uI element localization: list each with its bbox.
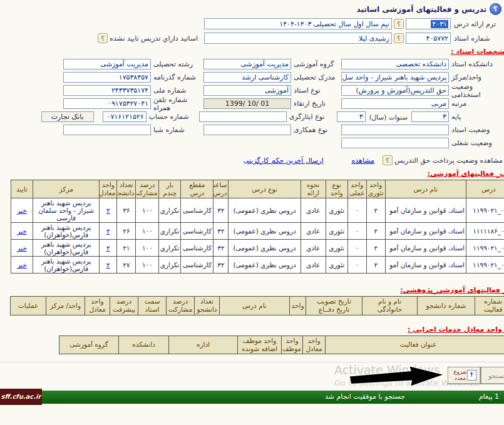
employment-field[interactable]: حق التدریس(آموزش و پرورش)	[341, 85, 449, 96]
confirm-link[interactable]: خیر	[17, 207, 26, 214]
search-button[interactable]: جستجو	[481, 367, 504, 384]
bank-field: بانک تجارت	[41, 111, 94, 122]
mobile-field[interactable]: ۰۹۱۷۵۳۲۷۰۴۱	[63, 98, 151, 109]
col-theory-units: واحد تئوری	[366, 180, 385, 198]
col-edu-group: گروه آموزشی	[59, 335, 119, 354]
professor-code-input[interactable]: ۴۰۵۷۷۲	[406, 33, 451, 44]
confirm-link[interactable]: خیر	[17, 261, 26, 269]
col-confirm: تایید	[11, 180, 33, 198]
executive-table: عنوان فعالیت واحد معادل واحد موظف واحد م…	[59, 335, 504, 354]
professor-name-input[interactable]: رشیدی لیلا	[204, 33, 392, 44]
term-code-value: ۴۰۳۱	[431, 20, 448, 28]
unconfirmed-help-button[interactable]: ؟	[98, 33, 108, 43]
col-course-name: نام درس	[385, 180, 466, 198]
send-decree-link[interactable]: ارسال آخرین حکم کارگزینی	[244, 156, 324, 165]
term-code-input[interactable]: ۴۰۳۱	[406, 18, 451, 29]
col-hours: ساعت درس	[213, 180, 229, 198]
refresh-icon: ↑	[467, 370, 476, 381]
major-field[interactable]: مدیریت آموزشی	[63, 59, 151, 69]
confirm-cell: خیر	[11, 240, 33, 257]
repeat: تکراری	[159, 198, 181, 223]
national-id-field[interactable]: ۲۴۳۳۷۳۵۱۷۴	[63, 85, 151, 96]
unconfirmed-label: اساتید داراي تدریس تایید نشده	[110, 34, 198, 43]
account-field[interactable]: ۰۷۱۶۱۲۱۵۲۶	[103, 111, 147, 122]
equiv-link[interactable]: ۲	[106, 207, 110, 214]
grade-field[interactable]: ۳	[411, 111, 449, 122]
course-name: اسناد، قوانین و سازمان آمو	[385, 223, 466, 240]
course-code: ۱۱۹۹۰۲۱_۰	[466, 257, 504, 274]
section-profile-heading: مشخصات استاد :	[0, 48, 504, 56]
degree-field[interactable]: کارشناسی ارشد	[203, 72, 291, 83]
term-row: ترم ارائه درس ۴۰۳۱ ؟ نیم سال اول سال تحص…	[0, 18, 503, 30]
col-course-name: نام درس	[220, 297, 290, 315]
professor-help-button[interactable]: ؟	[394, 33, 404, 43]
years-field[interactable]: ۳	[337, 111, 366, 122]
cooperation-type-field[interactable]	[203, 125, 291, 135]
promotion-date-label: تاریخ ارتقاء	[291, 100, 341, 108]
repeat: تکراری	[159, 223, 181, 240]
course-code: ۱۱۹۹۰۲۱_۰	[466, 198, 504, 223]
course-type: دروس نظری (عمومی)	[229, 240, 301, 257]
term-help-button[interactable]: ؟	[394, 19, 404, 29]
section-executive-heading: ج_ واحد معادل خدمات اجرایی :	[0, 325, 504, 334]
employment-label: وضعیت استخدامی	[449, 83, 503, 99]
col-share: درصد مشارکت	[136, 180, 159, 198]
practical-units: ۰	[347, 240, 366, 257]
profile-row: مرتبه مربی تاریخ ارتقاء 1399/ 10/ 01 شما…	[1, 97, 503, 110]
col-faculty: دانشکده	[119, 335, 169, 354]
term-label: ترم ارائه درس	[451, 20, 503, 28]
confirm-link[interactable]: خیر	[17, 244, 26, 252]
passport-field[interactable]: ۱۷۵۳۸۳۵۷	[63, 72, 151, 83]
theory-units: ۲	[366, 223, 385, 240]
confirm-cell: خیر	[11, 223, 33, 240]
job-status-label: وضعیت شغلی	[449, 139, 503, 147]
section-research-heading: ب_ فعالیتهای آموزشی_پژوهشی:	[0, 286, 504, 294]
research-table: شماره فعالیت شماره دانشجو نام و نام خانو…	[10, 296, 504, 315]
faculty-field[interactable]: دانشکده تخصصی	[341, 59, 449, 69]
col-course-type: نوع درس	[229, 180, 301, 198]
prof-status-field[interactable]	[341, 125, 449, 135]
restart-button[interactable]: ↑ شروع مجدد	[448, 367, 481, 384]
center: پردیس شهید باهنر شیراز - واحد سلمان فارس…	[33, 198, 100, 223]
equiv-units: ۲	[100, 198, 117, 223]
view-link[interactable]: مشاهده	[352, 156, 374, 165]
unconfirmed-professors[interactable]: اساتید داراي تدریس تایید نشده ؟	[96, 33, 198, 43]
course-type: دروس نظری (عمومی)	[229, 257, 301, 274]
practical-units: ۰	[347, 198, 366, 223]
col-prof-role: سمت استاد	[138, 297, 167, 315]
term-name-input[interactable]: نیم سال اول سال تحصیلی ۱۴۰۳-۱۴۰۴	[204, 18, 392, 29]
payment-status-help-button[interactable]: ؟	[383, 155, 393, 165]
equiv-link[interactable]: ۲	[106, 227, 110, 235]
confirm-link[interactable]: خیر	[17, 227, 26, 235]
share: ۱۰۰	[136, 198, 159, 223]
profile-row: وضعیت استخدامی حق التدریس(آموزش و پرورش)…	[1, 84, 503, 97]
equiv-link[interactable]: ۲	[106, 244, 110, 252]
passport-label: شماره گذرنامه	[151, 73, 203, 81]
practical-units: ۰	[347, 257, 366, 274]
equiv-link[interactable]: ۲	[106, 261, 110, 269]
sacrifice-type-field[interactable]	[199, 111, 287, 122]
prof-type-field[interactable]: آموزشی	[203, 85, 291, 96]
unit-type: تئوری	[326, 223, 347, 240]
equiv-units: ۲	[100, 240, 117, 257]
rank-label: مرتبه	[449, 100, 503, 108]
rank-field[interactable]: مربی	[341, 98, 449, 109]
share: ۱۰۰	[136, 223, 159, 240]
help-icon[interactable]: ؟	[490, 3, 501, 15]
col-equiv: واحد معادل	[85, 297, 110, 315]
message-count[interactable]: 1 پیغام	[479, 392, 499, 401]
job-status-field[interactable]	[341, 138, 449, 148]
degree-label: مدرک تحصیلی	[291, 73, 341, 81]
col-student-no: شماره دانشجو	[418, 297, 475, 315]
col-duty-unit: واحد موظف	[282, 335, 303, 354]
sheba-field[interactable]	[63, 125, 151, 135]
campus-field[interactable]: پردیس شهید باهنر شیراز - واحد سل	[341, 72, 449, 83]
cooperation-type-label: نوع همکاری	[291, 126, 341, 134]
col-activity-title: عنوان فعالیت	[326, 335, 504, 354]
center: پردیس شهید باهنر فارس(خواهران)	[33, 240, 100, 257]
students: ۳۶	[117, 198, 136, 223]
level: کارشناسی	[181, 257, 213, 274]
edu-group-field[interactable]: مدیریت آموزشی	[203, 59, 291, 69]
research-header-row: شماره فعالیت شماره دانشجو نام و نام خانو…	[11, 297, 504, 315]
col-progress: درصد پیشرفت	[110, 297, 138, 315]
